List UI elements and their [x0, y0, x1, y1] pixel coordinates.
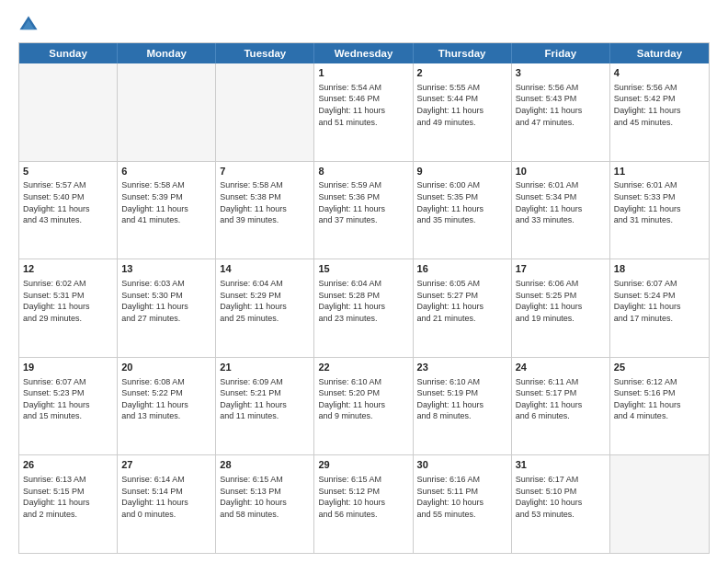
calendar-cell: 29Sunrise: 6:15 AM Sunset: 5:12 PM Dayli…	[314, 455, 413, 553]
cell-info: Sunrise: 6:15 AM Sunset: 5:12 PM Dayligh…	[318, 474, 408, 520]
calendar-cell: 19Sunrise: 6:07 AM Sunset: 5:23 PM Dayli…	[19, 358, 118, 455]
cell-info: Sunrise: 5:56 AM Sunset: 5:42 PM Dayligh…	[614, 82, 705, 128]
cell-info: Sunrise: 6:01 AM Sunset: 5:33 PM Dayligh…	[614, 179, 705, 225]
calendar-cell: 3Sunrise: 5:56 AM Sunset: 5:43 PM Daylig…	[512, 63, 610, 161]
cell-info: Sunrise: 6:07 AM Sunset: 5:24 PM Dayligh…	[614, 278, 705, 324]
cell-info: Sunrise: 6:02 AM Sunset: 5:31 PM Dayligh…	[23, 278, 113, 324]
day-number: 25	[614, 361, 705, 374]
calendar-cell	[216, 63, 314, 161]
calendar-row-1: 5Sunrise: 5:57 AM Sunset: 5:40 PM Daylig…	[19, 161, 709, 259]
calendar-cell: 2Sunrise: 5:55 AM Sunset: 5:44 PM Daylig…	[414, 63, 512, 161]
day-number: 8	[318, 165, 408, 178]
weekday-header-saturday: Saturday	[610, 43, 709, 63]
day-number: 1	[318, 66, 408, 80]
calendar-cell: 27Sunrise: 6:14 AM Sunset: 5:14 PM Dayli…	[118, 455, 216, 553]
page: SundayMondayTuesdayWednesdayThursdayFrid…	[0, 0, 728, 563]
calendar-body: 1Sunrise: 5:54 AM Sunset: 5:46 PM Daylig…	[19, 63, 709, 553]
calendar-row-0: 1Sunrise: 5:54 AM Sunset: 5:46 PM Daylig…	[19, 63, 709, 161]
cell-info: Sunrise: 6:06 AM Sunset: 5:25 PM Dayligh…	[516, 278, 606, 324]
cell-info: Sunrise: 6:04 AM Sunset: 5:28 PM Dayligh…	[318, 278, 408, 324]
calendar-cell: 23Sunrise: 6:10 AM Sunset: 5:19 PM Dayli…	[414, 358, 512, 455]
calendar-cell: 12Sunrise: 6:02 AM Sunset: 5:31 PM Dayli…	[19, 259, 118, 357]
cell-info: Sunrise: 6:12 AM Sunset: 5:16 PM Dayligh…	[614, 376, 705, 422]
calendar-cell	[19, 63, 118, 161]
calendar-row-2: 12Sunrise: 6:02 AM Sunset: 5:31 PM Dayli…	[19, 259, 709, 357]
day-number: 21	[220, 361, 310, 374]
calendar-cell: 17Sunrise: 6:06 AM Sunset: 5:25 PM Dayli…	[512, 259, 610, 357]
day-number: 20	[121, 361, 211, 374]
day-number: 4	[614, 66, 705, 80]
day-number: 31	[516, 458, 606, 472]
day-number: 3	[516, 66, 606, 80]
cell-info: Sunrise: 6:15 AM Sunset: 5:13 PM Dayligh…	[220, 474, 310, 520]
calendar-cell: 22Sunrise: 6:10 AM Sunset: 5:20 PM Dayli…	[314, 358, 413, 455]
day-number: 6	[121, 165, 211, 178]
calendar-cell: 11Sunrise: 6:01 AM Sunset: 5:33 PM Dayli…	[610, 162, 709, 259]
day-number: 22	[318, 361, 408, 374]
calendar-cell: 1Sunrise: 5:54 AM Sunset: 5:46 PM Daylig…	[314, 63, 413, 161]
day-number: 14	[220, 262, 310, 276]
day-number: 9	[417, 165, 507, 178]
calendar-header: SundayMondayTuesdayWednesdayThursdayFrid…	[19, 43, 709, 63]
calendar-cell: 7Sunrise: 5:58 AM Sunset: 5:38 PM Daylig…	[216, 162, 314, 259]
day-number: 28	[220, 458, 310, 472]
cell-info: Sunrise: 6:17 AM Sunset: 5:10 PM Dayligh…	[516, 474, 606, 520]
calendar-cell: 18Sunrise: 6:07 AM Sunset: 5:24 PM Dayli…	[610, 259, 709, 357]
cell-info: Sunrise: 6:11 AM Sunset: 5:17 PM Dayligh…	[516, 376, 606, 422]
weekday-header-wednesday: Wednesday	[314, 43, 413, 63]
cell-info: Sunrise: 6:04 AM Sunset: 5:29 PM Dayligh…	[220, 278, 310, 324]
calendar-cell: 20Sunrise: 6:08 AM Sunset: 5:22 PM Dayli…	[118, 358, 216, 455]
cell-info: Sunrise: 5:58 AM Sunset: 5:38 PM Dayligh…	[220, 179, 310, 225]
cell-info: Sunrise: 6:01 AM Sunset: 5:34 PM Dayligh…	[516, 179, 606, 225]
day-number: 5	[23, 165, 113, 178]
day-number: 24	[516, 361, 606, 374]
weekday-header-sunday: Sunday	[19, 43, 118, 63]
day-number: 19	[23, 361, 113, 374]
calendar-cell: 31Sunrise: 6:17 AM Sunset: 5:10 PM Dayli…	[512, 455, 610, 553]
calendar-cell: 10Sunrise: 6:01 AM Sunset: 5:34 PM Dayli…	[512, 162, 610, 259]
day-number: 12	[23, 262, 113, 276]
calendar-cell: 4Sunrise: 5:56 AM Sunset: 5:42 PM Daylig…	[610, 63, 709, 161]
cell-info: Sunrise: 5:59 AM Sunset: 5:36 PM Dayligh…	[318, 179, 408, 225]
day-number: 10	[516, 165, 606, 178]
day-number: 15	[318, 262, 408, 276]
cell-info: Sunrise: 6:00 AM Sunset: 5:35 PM Dayligh…	[417, 179, 507, 225]
cell-info: Sunrise: 6:10 AM Sunset: 5:19 PM Dayligh…	[417, 376, 507, 422]
day-number: 16	[417, 262, 507, 276]
day-number: 23	[417, 361, 507, 374]
calendar-cell: 13Sunrise: 6:03 AM Sunset: 5:30 PM Dayli…	[118, 259, 216, 357]
calendar-cell: 28Sunrise: 6:15 AM Sunset: 5:13 PM Dayli…	[216, 455, 314, 553]
cell-info: Sunrise: 5:58 AM Sunset: 5:39 PM Dayligh…	[121, 179, 211, 225]
calendar-cell: 16Sunrise: 6:05 AM Sunset: 5:27 PM Dayli…	[414, 259, 512, 357]
calendar-cell	[610, 455, 709, 553]
cell-info: Sunrise: 6:16 AM Sunset: 5:11 PM Dayligh…	[417, 474, 507, 520]
day-number: 18	[614, 262, 705, 276]
calendar-cell: 5Sunrise: 5:57 AM Sunset: 5:40 PM Daylig…	[19, 162, 118, 259]
day-number: 11	[614, 165, 705, 178]
cell-info: Sunrise: 5:54 AM Sunset: 5:46 PM Dayligh…	[318, 82, 408, 128]
cell-info: Sunrise: 6:13 AM Sunset: 5:15 PM Dayligh…	[23, 474, 113, 520]
day-number: 17	[516, 262, 606, 276]
day-number: 7	[220, 165, 310, 178]
weekday-header-tuesday: Tuesday	[216, 43, 314, 63]
header	[18, 15, 710, 35]
calendar-cell: 14Sunrise: 6:04 AM Sunset: 5:29 PM Dayli…	[216, 259, 314, 357]
cell-info: Sunrise: 5:56 AM Sunset: 5:43 PM Dayligh…	[516, 82, 606, 128]
day-number: 13	[121, 262, 211, 276]
day-number: 29	[318, 458, 408, 472]
calendar-cell: 8Sunrise: 5:59 AM Sunset: 5:36 PM Daylig…	[314, 162, 413, 259]
cell-info: Sunrise: 6:07 AM Sunset: 5:23 PM Dayligh…	[23, 376, 113, 422]
calendar-cell: 30Sunrise: 6:16 AM Sunset: 5:11 PM Dayli…	[414, 455, 512, 553]
cell-info: Sunrise: 6:09 AM Sunset: 5:21 PM Dayligh…	[220, 376, 310, 422]
calendar-cell: 24Sunrise: 6:11 AM Sunset: 5:17 PM Dayli…	[512, 358, 610, 455]
calendar: SundayMondayTuesdayWednesdayThursdayFrid…	[18, 42, 710, 554]
weekday-header-monday: Monday	[118, 43, 216, 63]
cell-info: Sunrise: 5:55 AM Sunset: 5:44 PM Dayligh…	[417, 82, 507, 128]
calendar-cell: 21Sunrise: 6:09 AM Sunset: 5:21 PM Dayli…	[216, 358, 314, 455]
cell-info: Sunrise: 6:05 AM Sunset: 5:27 PM Dayligh…	[417, 278, 507, 324]
cell-info: Sunrise: 5:57 AM Sunset: 5:40 PM Dayligh…	[23, 179, 113, 225]
cell-info: Sunrise: 6:10 AM Sunset: 5:20 PM Dayligh…	[318, 376, 408, 422]
logo	[18, 15, 46, 35]
cell-info: Sunrise: 6:08 AM Sunset: 5:22 PM Dayligh…	[121, 376, 211, 422]
weekday-header-thursday: Thursday	[414, 43, 512, 63]
